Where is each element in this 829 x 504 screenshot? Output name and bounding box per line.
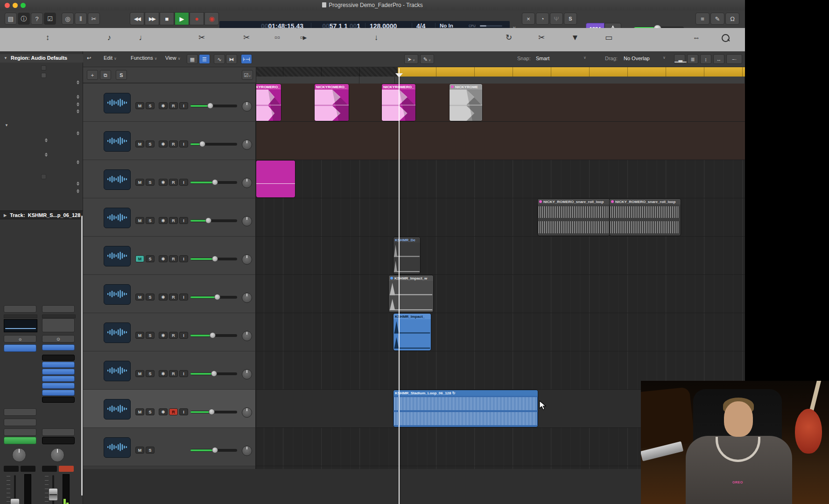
- track-header-74[interactable]: MS✱RI: [83, 313, 255, 351]
- automation-mode-button[interactable]: [42, 437, 75, 444]
- track-lane-74[interactable]: [256, 313, 745, 351]
- menu-view[interactable]: View∨: [165, 55, 181, 61]
- plugin-ffprol[interactable]: [42, 369, 75, 375]
- solo-tracks-button[interactable]: S: [116, 70, 127, 80]
- menu-functions[interactable]: Functions∨: [131, 55, 157, 61]
- inspector-row-qrange[interactable]: [0, 188, 83, 195]
- track-lane-69[interactable]: [256, 122, 745, 160]
- track-header-options-icon[interactable]: ☑∨: [242, 70, 253, 80]
- solo-button[interactable]: S: [146, 179, 155, 186]
- waveform-zoom-icon[interactable]: ▁▃▁: [674, 54, 685, 64]
- track-pan-knob[interactable]: [242, 178, 252, 188]
- drag-chevron-icon[interactable]: ∨: [663, 56, 666, 60]
- record-enable-button[interactable]: R: [169, 370, 178, 377]
- track-pan-knob[interactable]: [242, 407, 252, 418]
- pan-knob[interactable]: [12, 448, 26, 462]
- mute-button[interactable]: M: [135, 408, 144, 415]
- add-track-button[interactable]: +: [87, 70, 98, 80]
- track-header-76[interactable]: MS✱RI: [83, 390, 255, 428]
- editors-icon[interactable]: ✂: [88, 13, 100, 25]
- channel-eq-plugin[interactable]: [4, 344, 36, 352]
- eq-button[interactable]: [42, 318, 75, 332]
- checkbox[interactable]: [41, 65, 46, 70]
- track-header-72[interactable]: MS✱RI: [83, 237, 255, 275]
- vertical-zoom-icon[interactable]: ↕: [700, 54, 711, 64]
- region-nicky_romero_snare_roll_loop[interactable]: NICKY_ROMERO_snare_roll_loop: [538, 199, 610, 236]
- menu-edit[interactable]: Edit∨: [104, 55, 117, 61]
- track-volume-slider[interactable]: [190, 258, 237, 260]
- solo-mode-icon[interactable]: S: [564, 13, 577, 25]
- track-volume-slider[interactable]: [190, 181, 237, 184]
- vertical-auto-zoom-icon[interactable]: ≣: [687, 54, 698, 64]
- slider-handle[interactable]: [209, 409, 215, 415]
- toolbar-item-br[interactable]: ▫▸: [275, 28, 331, 45]
- solo-button[interactable]: S: [146, 102, 155, 109]
- input-monitor-button[interactable]: I: [179, 102, 188, 109]
- inspector-row-qstrength[interactable]: [0, 195, 83, 202]
- track-volume-slider[interactable]: [190, 334, 237, 337]
- track-volume-slider[interactable]: [190, 411, 237, 413]
- back-icon[interactable]: ↩: [87, 55, 91, 61]
- plugin-magicab[interactable]: [42, 390, 75, 396]
- input-monitor-button[interactable]: I: [179, 294, 188, 301]
- inspector-row-fadeout[interactable]: [0, 151, 83, 159]
- stop-button[interactable]: ■: [160, 12, 174, 25]
- stepper-icon[interactable]: [77, 131, 80, 135]
- record-enable-button[interactable]: R: [169, 255, 178, 262]
- inspector-row-more[interactable]: ▼: [0, 122, 83, 130]
- region-kshmr_stadium_loop_06_128[interactable]: KSHMR_Stadium_Loop_06_128 ↻: [393, 390, 538, 427]
- region-kyromero_[interactable]: KYROMERO_: [256, 84, 281, 121]
- slider-handle[interactable]: [205, 217, 211, 224]
- track-pan-knob[interactable]: [242, 140, 252, 150]
- plugin-multimeter[interactable]: [42, 397, 75, 403]
- snap-chevron-icon[interactable]: ∨: [583, 56, 586, 60]
- track-header-68[interactable]: MS✱RI: [83, 84, 255, 122]
- toolbar-item-col[interactable]: ◑: [719, 28, 745, 45]
- track-header-73[interactable]: MS✱RI: [83, 275, 255, 313]
- forward-button[interactable]: ▶▶: [145, 12, 159, 25]
- marker-segment[interactable]: [359, 77, 395, 84]
- track-lane-72[interactable]: [256, 237, 745, 275]
- region-kshmr_de[interactable]: KSHMR_De: [393, 237, 420, 274]
- mute-button[interactable]: M: [135, 447, 144, 454]
- track-lane-73[interactable]: [256, 275, 745, 313]
- track-volume-slider[interactable]: [190, 143, 237, 146]
- group-button[interactable]: [4, 428, 36, 436]
- zoom-slider-vertical[interactable]: −·: [726, 54, 742, 64]
- track-header-71[interactable]: MS✱RI: [83, 198, 255, 237]
- stepper-icon[interactable]: [77, 160, 80, 164]
- toolbar-item-tz[interactable]: ↕: [20, 28, 76, 45]
- inspector-scrollbar[interactable]: [81, 216, 83, 496]
- input-monitor-button[interactable]: I: [179, 408, 188, 415]
- stepper-icon[interactable]: [77, 189, 80, 193]
- plugin-promb[interactable]: [42, 376, 75, 382]
- input-monitor-button[interactable]: I: [179, 370, 188, 377]
- track-inspector-header[interactable]: ▶ Track: KSHMR_S...p_06_128: [0, 210, 83, 219]
- stepper-icon[interactable]: [77, 95, 80, 99]
- track-header-69[interactable]: MS✱RI: [83, 122, 255, 160]
- flex-icon[interactable]: ✱: [159, 140, 168, 147]
- capture-recording-button[interactable]: ◉: [204, 12, 219, 25]
- slider-handle[interactable]: [214, 294, 220, 300]
- track-volume-slider[interactable]: [190, 449, 237, 452]
- pan-knob[interactable]: [50, 448, 64, 462]
- mute-button[interactable]: M: [135, 217, 144, 224]
- region-fx-riser[interactable]: [256, 161, 295, 197]
- flex-icon[interactable]: ✱: [159, 370, 168, 377]
- record-enable-button[interactable]: R: [169, 140, 178, 147]
- checkbox[interactable]: [41, 174, 46, 179]
- mute-button[interactable]: M: [135, 332, 144, 339]
- inspector-row-delay[interactable]: [0, 130, 83, 137]
- input-button[interactable]: ⊙: [4, 335, 36, 343]
- tuner-icon[interactable]: Ψ: [550, 13, 563, 25]
- record-button[interactable]: ●: [190, 12, 204, 25]
- track-pan-knob[interactable]: [242, 293, 252, 303]
- playhead[interactable]: [399, 68, 400, 504]
- toolbar-item-se[interactable]: ♩: [115, 28, 171, 45]
- record-enable-button[interactable]: R: [169, 408, 178, 415]
- mute-button[interactable]: M: [135, 255, 144, 262]
- inspector-row-quantize[interactable]: [0, 79, 83, 86]
- automation-icon[interactable]: ∿: [214, 54, 225, 64]
- toolbar-item-mp[interactable]: ↓: [348, 28, 404, 45]
- plugin-uadneve8[interactable]: [42, 362, 75, 368]
